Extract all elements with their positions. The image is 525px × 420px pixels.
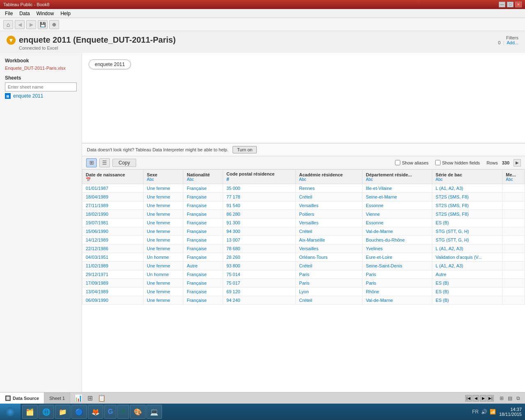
taskbar: 🗂️ 🌐 📁 🔵 🦊 G X 🎨 💻 — [0, 404, 525, 420]
rows-nav-button[interactable]: ▶ — [514, 159, 521, 167]
table-cell: Validation d'acquis (V... — [432, 253, 502, 262]
turn-on-button[interactable]: Turn on — [233, 146, 257, 153]
table-cell — [502, 270, 525, 279]
title-bar: Tableau Public - Book8 — □ ✕ — [0, 0, 525, 9]
taskbar-item-firefox[interactable]: 🦊 — [88, 405, 103, 419]
menu-window[interactable]: Window — [33, 10, 57, 17]
col-date-naissance[interactable]: Date de naissance 📅 — [82, 170, 144, 184]
sheet-item-enquete[interactable]: ▦ enquete 2011 — [5, 93, 77, 99]
table-cell: Française — [183, 193, 223, 201]
taskbar-item-files[interactable]: 📁 — [55, 405, 71, 419]
tab-sheet1-label: Sheet 1 — [49, 396, 65, 401]
data-table-wrapper[interactable]: Date de naissance 📅 Sexe Abc Nationalité… — [82, 169, 525, 392]
menu-data[interactable]: Data — [16, 10, 33, 17]
workbook-file-link[interactable]: Enquete_DUT-2011-Paris.xlsx — [5, 66, 66, 71]
table-cell: Une femme — [144, 296, 183, 305]
table-cell: 93 800 — [223, 262, 296, 270]
sheets-label: Sheets — [5, 75, 77, 81]
forward-button[interactable]: ▶ — [26, 20, 36, 29]
col-serie-bac[interactable]: Série de bac Abc — [432, 170, 502, 184]
menu-bar: File Data Window Help — [0, 9, 525, 18]
table-cell: Orléans-Tours — [296, 253, 363, 262]
col-departement[interactable]: Département réside... Abc — [363, 170, 432, 184]
taskbar-item-remote[interactable]: 💻 — [146, 405, 162, 419]
table-cell: Française — [183, 296, 223, 305]
table-cell: Val-de-Marne — [363, 227, 432, 236]
view-icons: ⊞ ▤ ⧉ — [498, 395, 522, 402]
filters-label: Filters — [506, 35, 518, 40]
filters-add-link[interactable]: Add... — [507, 40, 518, 45]
show-hidden-checkbox[interactable] — [435, 160, 441, 165]
copy-button[interactable]: Copy — [112, 159, 136, 167]
add-sheet-btn[interactable]: 📊 — [73, 394, 84, 402]
table-row: 18/02/1990Une femmeFrançaise86 280Poitie… — [82, 210, 525, 219]
tab-nav-first[interactable]: |◀ — [465, 395, 472, 402]
view-normal-icon[interactable]: ⊞ — [498, 395, 505, 402]
start-button[interactable] — [0, 404, 21, 420]
tab-sheet1[interactable]: Sheet 1 — [44, 393, 70, 404]
col-me[interactable]: Me... Abc — [502, 170, 525, 184]
table-row: 29/12/1971Un hommeFrançaise75 014ParisPa… — [82, 270, 525, 279]
chrome-icon: 🔵 — [75, 408, 83, 416]
table-cell: Eure-et-Loire — [363, 253, 432, 262]
show-aliases-label[interactable]: Show aliases — [395, 160, 429, 165]
table-cell: ST2S (SMS, F8) — [432, 210, 502, 219]
table-cell: 01/01/1987 — [82, 184, 144, 193]
canvas-area[interactable]: enquete 2011 — [82, 53, 525, 143]
taskbar-item-paint[interactable]: 🎨 — [130, 405, 146, 419]
sheet-search-input[interactable] — [5, 82, 77, 91]
menu-file[interactable]: File — [2, 10, 16, 17]
tab-data-source-label: Data Source — [13, 396, 39, 401]
table-cell: Française — [183, 219, 223, 227]
sheet-item-name: enquete 2011 — [13, 93, 43, 99]
view-list-button[interactable]: ☰ — [99, 158, 110, 167]
table-cell: Bouches-du-Rhône — [363, 236, 432, 244]
show-aliases-checkbox[interactable] — [395, 160, 400, 165]
tab-data-source[interactable]: 🔲 Data Source — [0, 393, 44, 404]
filters-area: Filters 0 | Add... — [498, 35, 518, 45]
canvas-table-pill[interactable]: enquete 2011 — [89, 59, 131, 69]
table-cell: ST2S (SMS, F8) — [432, 201, 502, 210]
add-story-btn[interactable]: 📋 — [96, 394, 107, 402]
firefox-icon: 🦊 — [91, 408, 100, 416]
table-cell: ES (B) — [432, 219, 502, 227]
view-film-icon[interactable]: ▤ — [506, 395, 514, 402]
menu-help[interactable]: Help — [57, 10, 74, 17]
excel-icon: X — [121, 408, 126, 415]
table-cell: Versailles — [296, 219, 363, 227]
table-cell: Française — [183, 184, 223, 193]
show-hidden-label[interactable]: Show hidden fields — [435, 160, 480, 165]
col-academie[interactable]: Académie résidence Abc — [296, 170, 363, 184]
taskbar-item-google[interactable]: G — [104, 405, 116, 419]
content-row: Workbook Enquete_DUT-2011-Paris.xlsx She… — [0, 53, 525, 392]
add-datasource-button[interactable]: ⊕ — [49, 20, 59, 29]
table-cell: Aix-Marseille — [296, 236, 363, 244]
table-toolbar: ⊞ ☰ Copy Show aliases Show hidden fields… — [82, 156, 525, 169]
right-panel: enquete 2011 Data doesn't look right? Ta… — [82, 53, 525, 392]
col-sexe[interactable]: Sexe Abc — [144, 170, 183, 184]
taskbar-item-explorer[interactable]: 🗂️ — [22, 405, 38, 419]
minimize-button[interactable]: — — [499, 2, 505, 7]
back-button[interactable]: ◀ — [15, 20, 25, 29]
maximize-button[interactable]: □ — [507, 2, 514, 7]
add-dashboard-btn[interactable]: ⊞ — [86, 394, 94, 402]
table-row: 27/11/1989Une femmeFrançaise91 540Versai… — [82, 201, 525, 210]
tab-nav-next[interactable]: ▶ — [480, 395, 486, 402]
title-bar-text: Tableau Public - Book8 — [3, 2, 50, 7]
table-cell: 27/11/1989 — [82, 201, 144, 210]
home-button[interactable]: ⌂ — [3, 20, 13, 29]
save-button[interactable]: 💾 — [38, 20, 48, 29]
col-nationalite[interactable]: Nationalité Abc — [183, 170, 223, 184]
col-code-postal[interactable]: Code postal résidence # — [223, 170, 296, 184]
tab-nav-last[interactable]: ▶| — [487, 395, 494, 402]
taskbar-item-chrome[interactable]: 🔵 — [71, 405, 87, 419]
table-cell: Une femme — [144, 219, 183, 227]
taskbar-item-ie[interactable]: 🌐 — [39, 405, 54, 419]
view-grid-button[interactable]: ⊞ — [86, 158, 97, 167]
table-cell: 94 300 — [223, 227, 296, 236]
taskbar-item-excel[interactable]: X — [117, 405, 129, 419]
close-button[interactable]: ✕ — [515, 2, 522, 7]
tab-nav-prev[interactable]: ◀ — [472, 395, 479, 402]
table-cell: Française — [183, 279, 223, 288]
view-carousel-icon[interactable]: ⧉ — [514, 395, 522, 402]
